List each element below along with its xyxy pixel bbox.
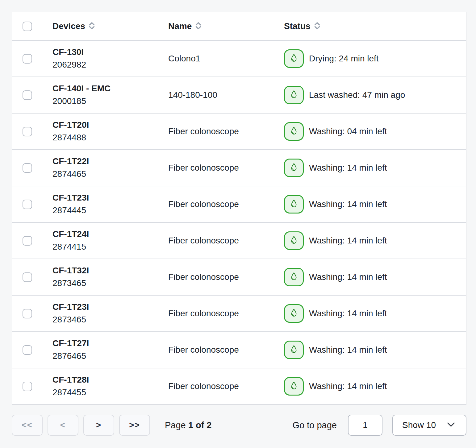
row-checkbox-cell	[12, 345, 52, 355]
device-name: Fiber colonoscope	[168, 345, 239, 355]
devices-sort-header[interactable]: Devices	[52, 21, 95, 31]
table-row: CF-1T23I 2873465 Fiber colonoscope Washi…	[12, 295, 466, 331]
status-column-label: Status	[284, 21, 311, 31]
device-serial: 2873465	[52, 313, 168, 326]
device-name: Fiber colonoscope	[168, 199, 239, 209]
row-checkbox-cell	[12, 90, 52, 100]
table-row: CF-1T32I 2873465 Fiber colonoscope Washi…	[12, 259, 466, 295]
header-checkbox-cell	[12, 22, 52, 31]
row-checkbox[interactable]	[23, 345, 32, 355]
next-page-button[interactable]: >	[83, 415, 114, 436]
status-text: Washing: 14 min left	[309, 272, 387, 282]
select-all-checkbox[interactable]	[23, 22, 32, 31]
water-drop-icon	[284, 195, 304, 214]
name-cell: Fiber colonoscope	[168, 272, 284, 282]
water-drop-icon	[284, 86, 304, 104]
status-cell: Washing: 14 min left	[284, 341, 466, 359]
header-status-cell: Status	[284, 21, 466, 31]
page-indicator: Page1 of 2	[165, 420, 211, 430]
device-name: Colono1	[168, 54, 200, 63]
page-count: 1 of 2	[188, 420, 212, 430]
device-name: Fiber colonoscope	[168, 236, 239, 245]
status-text: Last washed: 47 min ago	[309, 90, 405, 100]
row-checkbox-cell	[12, 382, 52, 391]
table-row: CF-1T24I 2874415 Fiber colonoscope Washi…	[12, 222, 466, 259]
device-cell: CF-140I - EMC 2000185	[52, 82, 168, 108]
status-cell: Washing: 14 min left	[284, 377, 466, 396]
status-cell: Washing: 14 min left	[284, 268, 466, 286]
water-drop-icon	[284, 341, 304, 359]
name-cell: Fiber colonoscope	[168, 236, 284, 246]
name-sort-header[interactable]: Name	[168, 21, 202, 31]
row-checkbox-cell	[12, 127, 52, 136]
previous-page-button[interactable]: <	[48, 415, 78, 436]
table-row: CF-1T23I 2874445 Fiber colonoscope Washi…	[12, 186, 466, 222]
row-checkbox-cell	[12, 309, 52, 318]
last-page-button[interactable]: >>	[119, 415, 150, 436]
status-text: Washing: 14 min left	[309, 345, 387, 355]
device-model: CF-130I	[52, 46, 168, 58]
device-model: CF-140I - EMC	[52, 82, 168, 95]
first-page-button[interactable]: <<	[12, 415, 43, 436]
table-row: CF-1T28I 2874455 Fiber colonoscope Washi…	[12, 368, 466, 404]
name-column-label: Name	[168, 21, 192, 31]
device-serial: 2874415	[52, 240, 168, 253]
device-name: Fiber colonoscope	[168, 127, 239, 136]
row-checkbox[interactable]	[23, 272, 32, 282]
status-sort-header[interactable]: Status	[284, 21, 320, 31]
device-model: CF-1T23I	[52, 192, 168, 204]
table-header-row: Devices Name	[12, 12, 466, 40]
status-text: Washing: 04 min left	[309, 127, 387, 136]
table-row: CF-1T27I 2876465 Fiber colonoscope Washi…	[12, 331, 466, 368]
device-cell: CF-1T22I 2874465	[52, 155, 168, 180]
sort-chevrons-icon	[195, 22, 202, 31]
device-name: Fiber colonoscope	[168, 272, 239, 282]
water-drop-icon	[284, 304, 304, 323]
row-checkbox[interactable]	[23, 90, 32, 100]
device-model: CF-1T32I	[52, 264, 168, 277]
device-name: Fiber colonoscope	[168, 381, 239, 391]
name-cell: Fiber colonoscope	[168, 345, 284, 355]
page-word: Page	[165, 420, 186, 430]
status-text: Washing: 14 min left	[309, 163, 387, 173]
device-cell: CF-1T23I 2873465	[52, 301, 168, 326]
row-checkbox[interactable]	[23, 382, 32, 391]
device-cell: CF-1T27I 2876465	[52, 337, 168, 363]
status-cell: Washing: 14 min left	[284, 159, 466, 177]
device-cell: CF-130I 2062982	[52, 46, 168, 71]
page-size-dropdown[interactable]: Show 10	[392, 415, 466, 436]
table-row: CF-130I 2062982 Colono1 Drying: 24 min l…	[12, 40, 466, 77]
table-body: CF-130I 2062982 Colono1 Drying: 24 min l…	[12, 40, 466, 404]
sort-chevrons-icon	[89, 22, 95, 31]
row-checkbox[interactable]	[23, 309, 32, 318]
go-to-page-label: Go to page	[293, 420, 337, 430]
status-text: Washing: 14 min left	[309, 309, 387, 318]
device-model: CF-1T24I	[52, 228, 168, 240]
row-checkbox[interactable]	[23, 54, 32, 64]
status-text: Washing: 14 min left	[309, 236, 387, 246]
status-text: Washing: 14 min left	[309, 199, 387, 209]
row-checkbox[interactable]	[23, 200, 32, 209]
device-serial: 2062982	[52, 58, 168, 71]
device-serial: 2874465	[52, 168, 168, 180]
device-serial: 2874445	[52, 204, 168, 217]
go-to-page-input[interactable]	[348, 415, 382, 436]
row-checkbox-cell	[12, 236, 52, 246]
name-cell: Fiber colonoscope	[168, 199, 284, 209]
status-cell: Washing: 14 min left	[284, 231, 466, 250]
name-cell: 140-180-100	[168, 90, 284, 100]
row-checkbox[interactable]	[23, 236, 32, 246]
device-model: CF-1T27I	[52, 337, 168, 350]
row-checkbox[interactable]	[23, 127, 32, 136]
device-cell: CF-1T28I 2874455	[52, 374, 168, 399]
device-cell: CF-1T32I 2873465	[52, 264, 168, 290]
device-serial: 2874488	[52, 131, 168, 144]
row-checkbox[interactable]	[23, 163, 32, 173]
device-cell: CF-1T24I 2874415	[52, 228, 168, 253]
device-model: CF-1T23I	[52, 301, 168, 313]
status-cell: Drying: 24 min left	[284, 49, 466, 68]
table-row: CF-1T20I 2874488 Fiber colonoscope Washi…	[12, 113, 466, 149]
chevron-down-icon	[445, 421, 457, 429]
sort-chevrons-icon	[314, 22, 320, 31]
name-cell: Fiber colonoscope	[168, 381, 284, 391]
